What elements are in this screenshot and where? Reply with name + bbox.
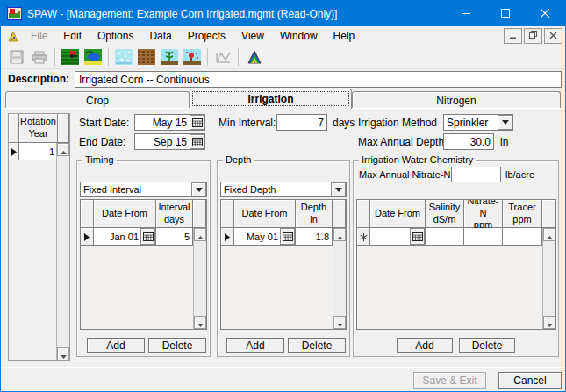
mdi-minimize-icon xyxy=(509,30,517,42)
chemistry-new-row-selector[interactable] xyxy=(357,228,370,246)
menu-help[interactable]: Help xyxy=(326,28,363,44)
chemistry-delete-button[interactable]: Delete xyxy=(459,338,515,353)
end-date-field[interactable]: Sep 15 xyxy=(134,133,205,150)
depth-group-title: Depth xyxy=(223,154,254,165)
depth-add-button[interactable]: Add xyxy=(226,338,284,353)
save-exit-button[interactable]: Save & Exit xyxy=(413,372,486,389)
scroll-down-button[interactable] xyxy=(333,316,346,329)
rotation-year-cell[interactable]: 1 xyxy=(19,143,58,160)
tab-nitrogen[interactable]: Nitrogen xyxy=(352,91,561,109)
chemistry-salinity-cell[interactable] xyxy=(426,228,464,246)
timing-date-cell[interactable]: Jan 01 xyxy=(94,228,156,246)
close-icon xyxy=(541,6,550,22)
chevron-down-icon[interactable] xyxy=(191,182,206,196)
start-date-field[interactable]: May 15 xyxy=(134,114,205,131)
chemistry-col-nitrate-header: Nitrate-N ppm xyxy=(464,200,503,228)
grid-header-corner xyxy=(357,200,370,228)
scroll-down-icon xyxy=(337,315,343,331)
menu-file[interactable]: File xyxy=(23,28,55,44)
fertility-icon[interactable] xyxy=(181,47,204,68)
mdi-close-button[interactable] xyxy=(544,28,562,44)
menu-options[interactable]: Options xyxy=(90,28,141,44)
menu-data[interactable]: Data xyxy=(141,28,179,44)
app-icon xyxy=(7,7,22,20)
field-management-icon[interactable] xyxy=(59,47,82,68)
rotation-scrollbar[interactable] xyxy=(56,143,69,360)
calendar-icon[interactable] xyxy=(410,228,425,245)
cancel-button[interactable]: Cancel xyxy=(498,372,562,389)
menu-view[interactable]: View xyxy=(233,28,272,44)
chemistry-tracer-cell[interactable] xyxy=(503,228,542,246)
scroll-down-icon xyxy=(197,315,204,331)
max-nitrate-field[interactable] xyxy=(451,167,501,182)
timing-mode-dropdown[interactable]: Fixed Interval xyxy=(80,182,207,197)
mdi-restore-icon xyxy=(528,30,538,42)
scroll-down-button[interactable] xyxy=(543,316,555,329)
timing-row-selector[interactable] xyxy=(81,228,94,246)
scroll-up-icon xyxy=(337,227,343,243)
calendar-icon[interactable] xyxy=(190,115,204,130)
menu-edit[interactable]: Edit xyxy=(55,28,90,44)
chemistry-col-salinity-header: Salinity dS/m xyxy=(426,200,464,228)
minimize-button[interactable] xyxy=(447,1,486,26)
mdi-minimize-button[interactable] xyxy=(504,28,522,44)
tab-crop[interactable]: Crop xyxy=(5,91,190,109)
rotation-row-selector[interactable] xyxy=(9,143,19,160)
chevron-down-icon[interactable] xyxy=(498,115,512,130)
chemistry-grid-scrollbar[interactable] xyxy=(542,228,555,329)
rotation-header-spacer xyxy=(58,114,69,143)
description-label: Description: xyxy=(8,73,69,85)
depth-row-selector[interactable] xyxy=(221,228,234,246)
grid-header-corner xyxy=(81,200,94,228)
depth-mode-dropdown[interactable]: Fixed Depth xyxy=(220,182,347,197)
save-icon[interactable] xyxy=(5,47,28,68)
legend-colors-icon[interactable] xyxy=(242,47,265,68)
scroll-up-button[interactable] xyxy=(194,228,206,241)
menu-projects[interactable]: Projects xyxy=(180,28,233,44)
rotation-year-header: Rotation Year xyxy=(19,114,58,143)
tab-irrigation[interactable]: Irrigation xyxy=(190,89,352,109)
calendar-icon[interactable] xyxy=(140,228,155,245)
toolbar-separator xyxy=(54,48,55,66)
end-date-label: End Date: xyxy=(79,136,125,148)
crop-plant-icon[interactable] xyxy=(158,47,181,68)
timing-delete-button[interactable]: Delete xyxy=(148,338,206,353)
timing-interval-cell[interactable]: 5 xyxy=(156,228,193,246)
scroll-down-button[interactable] xyxy=(57,347,69,360)
scroll-up-button[interactable] xyxy=(57,143,69,156)
pond-landscape-icon[interactable] xyxy=(82,47,104,68)
chemistry-nitrate-cell[interactable] xyxy=(464,228,503,246)
scroll-up-button[interactable] xyxy=(543,228,555,241)
chart-icon[interactable] xyxy=(211,47,234,68)
calendar-icon[interactable] xyxy=(280,228,295,245)
chevron-down-icon[interactable] xyxy=(331,182,346,196)
timing-grid-scrollbar[interactable] xyxy=(193,228,206,329)
depth-depth-cell[interactable]: 1.8 xyxy=(296,228,333,246)
print-icon[interactable] xyxy=(28,47,51,68)
scroll-down-button[interactable] xyxy=(194,316,206,329)
close-button[interactable] xyxy=(526,1,565,26)
description-input[interactable]: Irrigated Corn -- Continuous xyxy=(75,71,562,88)
max-nitrate-unit: lb/acre xyxy=(505,169,534,180)
minimize-icon xyxy=(462,6,471,22)
toolbar-separator xyxy=(238,48,239,66)
tab-strip: Crop Irrigation Nitrogen xyxy=(5,89,561,109)
max-nitrate-label: Max Annual Nitrate-N: xyxy=(359,169,454,180)
scroll-up-button[interactable] xyxy=(333,228,346,241)
maximize-button[interactable] xyxy=(486,1,526,26)
depth-delete-button[interactable]: Delete xyxy=(288,338,346,353)
weather-icon[interactable] xyxy=(112,47,135,68)
irrigation-method-dropdown[interactable]: Sprinkler xyxy=(443,114,513,131)
min-interval-field[interactable]: 7 xyxy=(276,114,327,131)
depth-grid-scrollbar[interactable] xyxy=(333,228,346,329)
chemistry-add-button[interactable]: Add xyxy=(397,338,453,353)
chemistry-date-cell[interactable] xyxy=(370,228,426,246)
timing-add-button[interactable]: Add xyxy=(87,338,145,353)
menu-window[interactable]: Window xyxy=(272,28,326,44)
calendar-icon[interactable] xyxy=(190,134,204,149)
depth-date-cell[interactable]: May 01 xyxy=(234,228,296,246)
max-annual-depth-field[interactable]: 30.0 xyxy=(443,133,494,150)
mdi-restore-button[interactable] xyxy=(524,28,542,44)
menu-bar: File Edit Options Data Projects View Win… xyxy=(1,26,565,46)
soil-icon[interactable] xyxy=(135,47,158,68)
